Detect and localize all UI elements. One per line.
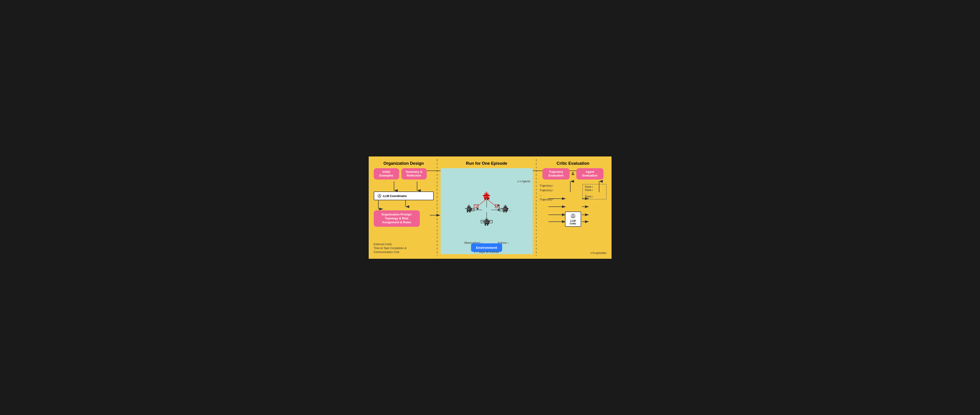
robot-scene: ... [458,191,515,228]
summary-reflection-box: Summary & Reflection [401,168,427,180]
traj-dots: ... [540,193,564,197]
svg-rect-90 [489,221,490,222]
ranks-column: Rank1 Rank2 ... Rankn [582,184,606,199]
divider-mid-right [536,159,536,256]
svg-rect-69 [465,208,466,209]
svg-point-64 [468,205,469,205]
svg-point-85 [485,219,486,220]
svg-rect-88 [487,224,488,226]
svg-point-65 [468,207,468,207]
actions-arrow-icon: ↓ [508,241,509,245]
agent-evaluation-box: Agent Evaluation [576,168,603,180]
svg-rect-79 [502,208,503,209]
top-pink-boxes: Initial Examples Summary & Reflection [374,168,434,180]
top-robot [483,191,490,200]
svg-line-29 [488,200,497,207]
svg-rect-61 [467,208,471,211]
divider-left-mid [437,159,438,256]
left-robot [465,205,472,213]
svg-rect-71 [503,208,508,211]
svg-point-66 [469,207,470,207]
bottom-robot [483,218,490,226]
svg-line-31 [474,205,476,206]
svg-rect-54 [484,199,486,200]
rank-n: Rankn [585,195,604,198]
more-agents-dots: ... [508,208,511,212]
right-robot [502,205,509,213]
svg-rect-89 [483,221,484,222]
org-prompt-box: Organization Prompt: Topology & Role Ass… [374,210,420,227]
svg-rect-56 [483,195,484,196]
traj-1: Trajectory1 [540,184,564,187]
svg-rect-67 [467,211,468,213]
trajectory-evaluation-box: Trajectory Evaluation [542,168,570,180]
llm-critic-label: LLM Critic [570,219,576,225]
svg-point-74 [505,205,506,205]
svg-rect-57 [489,195,490,196]
main-diagram: Organization Design Initial Examples Sum… [368,156,612,259]
llm-coordinator-label: LLM Coordinator [383,194,407,198]
left-column: Organization Design Initial Examples Sum… [371,159,436,256]
middle-section-right: Trajectory1 Trajectory2 ... Trajectoryn … [540,184,606,254]
traj-2: Trajectory2 [540,189,564,192]
svg-line-38 [473,208,474,210]
n-episodes-label: x N episodes [590,251,606,254]
left-title: Organization Design [374,161,434,166]
right-column: Critic Evaluation Trajectory Evaluation … [537,159,609,256]
svg-line-28 [476,200,485,207]
external-costs: External Costs: Time to Task Completion … [374,242,434,254]
rank-1: Rank1 [585,185,604,189]
svg-rect-77 [503,211,504,213]
openai-icon [377,194,382,198]
openai-critic-icon [571,213,576,218]
svg-rect-81 [485,221,489,224]
org-prompt-row: Organization Prompt: Topology & Role Ass… [374,210,434,227]
svg-rect-48 [484,195,489,199]
svg-rect-70 [471,208,472,209]
svg-point-86 [487,219,488,220]
svg-point-52 [485,193,486,194]
traj-n: Trajectoryn [540,198,564,201]
n-agents-label: x n Agents [517,180,530,183]
right-top-boxes: Trajectory Evaluation & Agent Evaluation [540,168,606,180]
svg-point-84 [486,218,487,218]
svg-rect-78 [506,211,507,213]
t-steps-label: x T steps till finished [474,250,499,254]
initial-examples-box: Initial Examples [374,168,399,180]
llm-coordinator-row: LLM Coordinator [374,191,434,200]
svg-point-75 [504,207,504,207]
svg-point-51 [486,191,487,192]
llm-critic-box: LLM Critic [565,211,581,227]
middle-column: Run for One Episode x n Agents [438,159,535,256]
svg-rect-87 [485,224,486,226]
ranks-bordered-box: Rank1 Rank2 ... Rankn [582,184,606,199]
svg-point-76 [506,207,506,207]
llm-coordinator-box: LLM Coordinator [374,191,434,200]
svg-rect-55 [487,199,488,200]
arrow-spacer-2 [374,201,434,210]
and-symbol: & [571,172,574,176]
mid-title: Run for One Episode [466,161,507,166]
trajectories-column: Trajectory1 Trajectory2 ... Trajectoryn [540,184,564,201]
svg-line-35 [497,205,500,206]
rank-2: Rank2 [585,189,604,192]
svg-point-53 [487,193,488,194]
svg-line-40 [499,208,501,210]
rank-dots: ... [585,192,604,195]
arrow-spacer-1 [374,181,434,191]
svg-line-43 [481,220,483,222]
svg-rect-68 [469,211,471,213]
svg-line-47 [491,220,492,222]
right-title: Critic Evaluation [540,161,606,166]
episode-area: x n Agents [441,168,533,254]
